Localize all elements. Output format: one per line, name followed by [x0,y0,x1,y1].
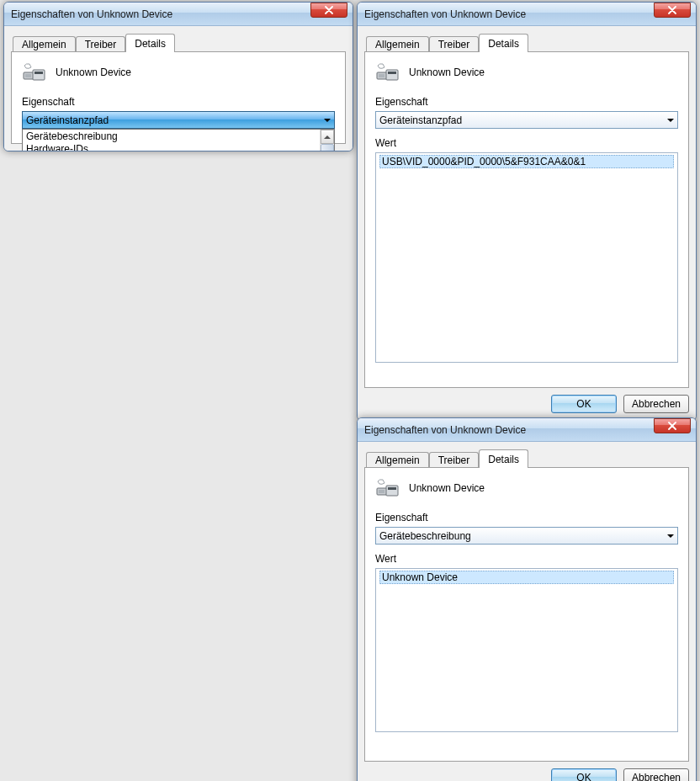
close-icon [668,422,676,430]
value-listbox[interactable]: USB\VID_0000&PID_0000\5&F931CAA&0&1 [375,152,678,363]
property-combobox[interactable]: Geräteinstanzpfad [375,111,678,129]
tab-driver[interactable]: Treiber [429,36,480,52]
property-label: Eigenschaft [375,512,678,523]
close-icon [325,6,333,14]
close-icon [668,6,676,14]
dropdown-scrollbar[interactable] [320,130,334,151]
close-button[interactable] [654,3,691,18]
property-combobox[interactable]: Gerätebeschreibung [375,527,678,545]
property-combobox[interactable]: Geräteinstanzpfad GerätebeschreibungHard… [22,111,335,129]
titlebar[interactable]: Eigenschaften von Unknown Device [358,3,696,26]
value-label: Wert [375,553,678,565]
tab-general[interactable]: Allgemein [366,452,429,468]
usb-device-icon [375,476,402,500]
device-name: Unknown Device [409,482,485,494]
scroll-up-button[interactable] [321,130,334,144]
window-title: Eigenschaften von Unknown Device [11,8,349,20]
property-label: Eigenschaft [375,96,678,108]
value-item[interactable]: Unknown Device [379,571,674,584]
value-item[interactable]: USB\VID_0000&PID_0000\5&F931CAA&0&1 [379,155,674,168]
dialog-button-row: OK Abbrechen [358,388,696,420]
close-button[interactable] [310,3,347,18]
value-listbox[interactable]: Unknown Device [375,568,678,732]
device-name: Unknown Device [56,66,131,78]
properties-dialog-instance-path: Eigenschaften von Unknown Device Allgeme… [357,2,697,421]
properties-dialog-dropdown-open: Eigenschaften von Unknown Device Allgeme… [3,2,353,151]
property-dropdown-list: GerätebeschreibungHardware-IDsKompatible… [22,129,335,151]
property-label: Eigenschaft [22,96,335,108]
ok-button[interactable]: OK [551,395,617,413]
chevron-down-icon [667,534,674,538]
titlebar[interactable]: Eigenschaften von Unknown Device [4,3,353,26]
value-label: Wert [375,137,678,149]
tab-general[interactable]: Allgemein [13,36,76,52]
tab-strip: Allgemein Treiber Details [364,33,689,51]
tab-details[interactable]: Details [479,34,528,52]
chevron-down-icon [324,119,331,122]
details-panel: Unknown Device Eigenschaft Geräteinstanz… [11,51,346,144]
details-panel: Unknown Device Eigenschaft Gerätebeschre… [364,467,689,762]
tab-details[interactable]: Details [479,449,528,468]
tab-driver[interactable]: Treiber [429,452,480,468]
dialog-button-row: OK Abbrechen [358,762,696,781]
cancel-button[interactable]: Abbrechen [623,768,689,781]
details-panel: Unknown Device Eigenschaft Geräteinstanz… [364,51,689,388]
usb-device-icon [375,61,402,84]
scroll-thumb[interactable] [321,144,334,151]
properties-dialog-description: Eigenschaften von Unknown Device Allgeme… [357,417,697,781]
usb-device-icon [22,61,49,84]
close-button[interactable] [654,418,691,433]
dropdown-option[interactable]: Gerätebeschreibung [23,130,320,143]
cancel-button[interactable]: Abbrechen [623,395,689,413]
chevron-down-icon [667,119,674,122]
tab-strip: Allgemein Treiber Details [364,449,689,467]
device-name: Unknown Device [409,66,485,78]
combobox-value: Geräteinstanzpfad [379,114,462,126]
tab-driver[interactable]: Treiber [76,36,126,52]
tab-general[interactable]: Allgemein [366,36,429,52]
tab-strip: Allgemein Treiber Details [11,33,346,51]
window-title: Eigenschaften von Unknown Device [364,424,692,436]
combobox-value: Geräteinstanzpfad [26,114,109,126]
titlebar[interactable]: Eigenschaften von Unknown Device [358,418,696,442]
dropdown-option[interactable]: Hardware-IDs [23,143,320,151]
combobox-value: Gerätebeschreibung [379,530,471,542]
window-title: Eigenschaften von Unknown Device [364,8,692,20]
ok-button[interactable]: OK [551,768,617,781]
tab-details[interactable]: Details [125,34,175,52]
